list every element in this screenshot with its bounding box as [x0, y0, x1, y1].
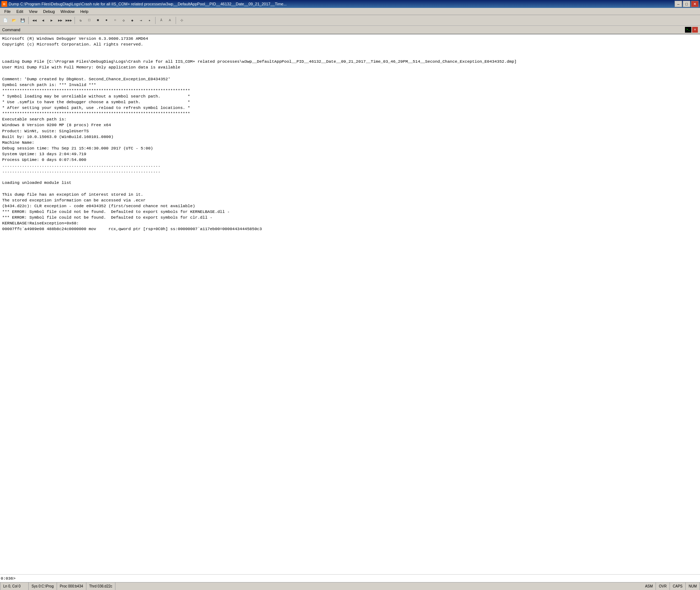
toolbar-btn-15[interactable]: ◆ [128, 16, 136, 24]
minimize-button[interactable]: – [675, 1, 682, 7]
terminal-icon: >_ [686, 28, 690, 32]
status-thrd: Thrd 036:d22c [86, 582, 116, 590]
main-content: Microsoft (R) Windows Debugger Version 6… [0, 34, 700, 582]
menu-bar: File Edit View Debug Window Help [0, 8, 700, 15]
command-input[interactable] [15, 576, 699, 581]
menu-edit[interactable]: Edit [14, 9, 26, 14]
debug-output[interactable]: Microsoft (R) Windows Debugger Version 6… [0, 34, 700, 574]
toolbar-btn-4[interactable]: ◀◀ [30, 16, 38, 24]
toolbar-sep-4 [176, 17, 176, 24]
toolbar-btn-2[interactable]: 📂 [10, 16, 18, 24]
command-panel-controls: >_ × [685, 27, 698, 33]
status-bar: Ln 0, Col 0 Sys 0:C:\Prog Proc 000:b434 … [0, 582, 700, 590]
toolbar-sep-1 [28, 17, 29, 24]
toolbar-btn-9[interactable]: ↻ [77, 16, 85, 24]
status-proc: Proc 000:b434 [57, 582, 86, 590]
close-icon: × [694, 28, 696, 32]
toolbar-btn-8[interactable]: ▶▶▶ [65, 16, 73, 24]
app-icon: D [1, 1, 7, 7]
toolbar: 📄 📂 💾 ◀◀ ◀ ▶ ▶▶ ▶▶▶ ↻ □ ■ ● ○ ◇ ◆ ⇥ ✦ Â… [0, 15, 700, 26]
command-input-area: 0:036> [0, 574, 700, 582]
toolbar-btn-16[interactable]: ⇥ [137, 16, 145, 24]
toolbar-sep-2 [75, 17, 75, 24]
toolbar-btn-6[interactable]: ▶ [48, 16, 56, 24]
toolbar-btn-18[interactable]: Â [157, 16, 165, 24]
status-sys: Sys 0:C:\Prog [29, 582, 57, 590]
close-button[interactable]: ✕ [691, 1, 699, 7]
menu-window[interactable]: Window [58, 9, 77, 14]
title-bar: D Dump C:\Program Files\DebugDiag\Logs\C… [0, 0, 700, 8]
status-ovr: OVR [656, 582, 670, 590]
toolbar-btn-1[interactable]: 📄 [1, 16, 9, 24]
toolbar-btn-10[interactable]: □ [85, 16, 93, 24]
menu-help[interactable]: Help [77, 9, 91, 14]
toolbar-btn-11[interactable]: ■ [94, 16, 102, 24]
command-panel-header: Command >_ × [0, 26, 700, 34]
toolbar-btn-19[interactable]: A [166, 16, 174, 24]
menu-view[interactable]: View [26, 9, 41, 14]
maximize-button[interactable]: □ [683, 1, 690, 7]
toolbar-btn-13[interactable]: ○ [111, 16, 119, 24]
toolbar-btn-17[interactable]: ✦ [146, 16, 153, 24]
command-title: Command [2, 28, 20, 32]
menu-file[interactable]: File [1, 9, 14, 14]
command-prompt-label: 0:036> [1, 576, 15, 581]
title-controls: – □ ✕ [675, 1, 699, 7]
status-asm: ASM [642, 582, 656, 590]
svg-text:D: D [3, 3, 5, 6]
toolbar-btn-3[interactable]: 💾 [19, 16, 27, 24]
toolbar-btn-12[interactable]: ● [103, 16, 110, 24]
toolbar-sep-3 [155, 17, 156, 24]
window-title: Dump C:\Program Files\DebugDiag\Logs\Cra… [9, 2, 675, 6]
terminal-icon-button[interactable]: >_ [685, 27, 691, 33]
status-caps: CAPS [670, 582, 686, 590]
menu-debug[interactable]: Debug [40, 9, 57, 14]
toolbar-btn-7[interactable]: ▶▶ [56, 16, 64, 24]
status-num: NUM [686, 582, 700, 590]
command-panel-close-button[interactable]: × [692, 27, 698, 33]
toolbar-btn-20[interactable]: ⊹ [178, 16, 186, 24]
toolbar-btn-14[interactable]: ◇ [120, 16, 128, 24]
status-position: Ln 0, Col 0 [0, 582, 29, 590]
toolbar-btn-5[interactable]: ◀ [39, 16, 47, 24]
